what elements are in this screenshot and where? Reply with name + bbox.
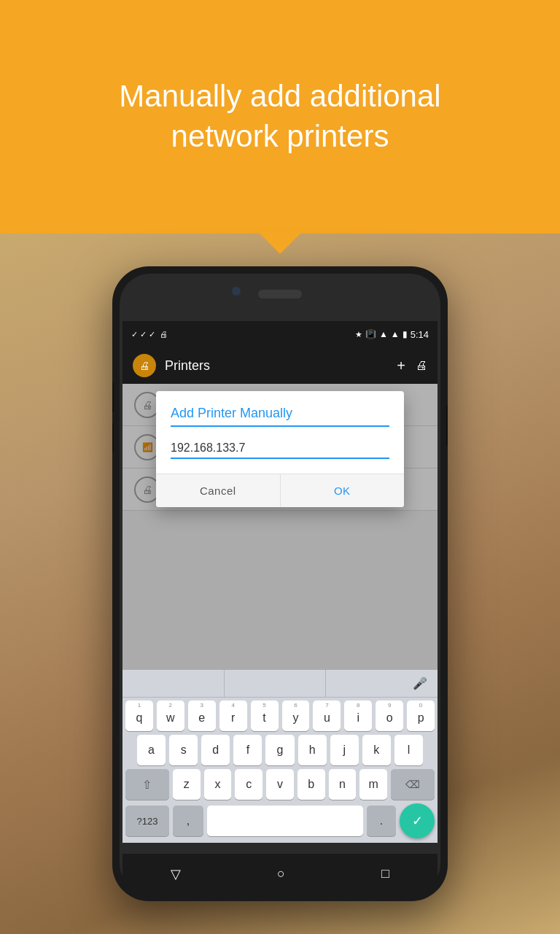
toolbar-actions: + 🖨 — [397, 358, 427, 374]
key-j[interactable]: j — [330, 735, 359, 765]
keyboard-section-2 — [225, 670, 327, 697]
key-q[interactable]: 1q — [125, 700, 153, 731]
key-row-1: 1q 2w 3e 4r 5t 6y 7u 8i 9o 0p — [125, 700, 435, 731]
key-i[interactable]: 8i — [344, 700, 372, 731]
key-row-2: a s d f g h j k l — [125, 735, 435, 765]
ip-address-input[interactable] — [171, 439, 389, 459]
key-t[interactable]: 5t — [251, 700, 279, 731]
camera — [232, 287, 241, 296]
keyboard-section-1 — [122, 670, 225, 697]
key-a[interactable]: a — [137, 735, 166, 765]
banner-line1: Manually add additional — [119, 79, 440, 113]
key-o[interactable]: 9o — [376, 700, 403, 731]
keyboard-bottom-row: ?123 , . ✓ — [122, 803, 438, 843]
app-icon: 🖨 — [133, 354, 156, 377]
status-bar: ✓ ✓ ✓ 🖨 ★ 📳 ▲ ▲ ▮ 5:14 — [122, 321, 438, 347]
key-p[interactable]: 0p — [407, 700, 435, 731]
add-printer-button[interactable]: + — [397, 358, 405, 374]
key-row-3: ⇧ z x c v b n m ⌫ — [125, 769, 435, 800]
period-key[interactable]: . — [367, 806, 396, 836]
recent-button[interactable]: □ — [381, 866, 389, 881]
key-g[interactable]: g — [265, 735, 294, 765]
key-l[interactable]: l — [394, 735, 423, 765]
dialog-overlay: Add Printer Manually Cancel OK — [122, 384, 438, 670]
status-time: 5:14 — [411, 329, 429, 340]
phone-screen: ✓ ✓ ✓ 🖨 ★ 📳 ▲ ▲ ▮ 5:14 🖨 — [122, 321, 438, 843]
volume-up-button — [112, 383, 114, 412]
status-signal: ▲ — [391, 329, 400, 339]
phone-device: ✓ ✓ ✓ 🖨 ★ 📳 ▲ ▲ ▮ 5:14 🖨 — [112, 266, 448, 901]
toolbar-title: Printers — [165, 358, 397, 374]
app-toolbar: 🖨 Printers + 🖨 — [122, 347, 438, 384]
print-button[interactable]: 🖨 — [416, 359, 427, 372]
home-button[interactable]: ○ — [277, 866, 285, 881]
status-right: ★ 📳 ▲ ▲ ▮ 5:14 — [355, 329, 429, 340]
status-checks: ✓ ✓ ✓ — [131, 330, 155, 339]
keyboard-top-row: 🎤 — [122, 670, 438, 698]
keyboard: 🎤 1q 2w 3e 4r 5t 6y 7u 8i — [122, 670, 438, 843]
backspace-key[interactable]: ⌫ — [391, 769, 435, 800]
key-z[interactable]: z — [173, 769, 201, 800]
background-area: ✓ ✓ ✓ 🖨 ★ 📳 ▲ ▲ ▮ 5:14 🖨 — [0, 234, 560, 934]
key-d[interactable]: d — [201, 735, 230, 765]
comma-key[interactable]: , — [173, 806, 203, 836]
cancel-button[interactable]: Cancel — [156, 474, 281, 507]
key-y[interactable]: 6y — [282, 700, 310, 731]
volume-down-button — [112, 423, 114, 452]
status-star: ★ — [355, 330, 362, 339]
add-printer-dialog: Add Printer Manually Cancel OK — [156, 391, 404, 507]
power-button — [446, 405, 448, 445]
ok-button[interactable]: OK — [281, 474, 405, 507]
key-f[interactable]: f — [233, 735, 262, 765]
dialog-actions: Cancel OK — [156, 474, 404, 507]
enter-key[interactable]: ✓ — [400, 803, 435, 838]
mic-icon[interactable]: 🎤 — [413, 676, 427, 690]
status-vibrate: 📳 — [365, 329, 376, 339]
status-battery: ▮ — [402, 329, 408, 339]
key-c[interactable]: c — [235, 769, 262, 800]
printers-list: 🖨 Printer 1 📶 Printer 2 🖨 CW-190C Lexmar… — [122, 384, 438, 670]
dialog-title: Add Printer Manually — [156, 391, 404, 425]
key-m[interactable]: m — [359, 769, 387, 800]
dialog-input-area — [156, 427, 404, 474]
key-s[interactable]: s — [169, 735, 198, 765]
banner-line2: network printers — [171, 119, 389, 153]
speaker — [258, 290, 302, 298]
key-r[interactable]: 4r — [219, 700, 247, 731]
back-button[interactable]: ▽ — [171, 866, 181, 882]
key-rows: 1q 2w 3e 4r 5t 6y 7u 8i 9o 0p — [122, 698, 438, 800]
shift-key[interactable]: ⇧ — [125, 769, 169, 800]
banner-text: Manually add additional network printers — [90, 77, 470, 156]
banner-arrow — [258, 232, 302, 254]
status-wifi: ▲ — [379, 329, 388, 339]
status-printer: 🖨 — [160, 330, 168, 339]
keyboard-section-3: 🎤 — [326, 670, 438, 697]
space-key[interactable] — [207, 806, 363, 836]
key-x[interactable]: x — [204, 769, 232, 800]
key-v[interactable]: v — [266, 769, 294, 800]
top-banner: Manually add additional network printers — [0, 0, 560, 234]
sym-key[interactable]: ?123 — [125, 806, 169, 836]
key-n[interactable]: n — [329, 769, 357, 800]
phone-inner: ✓ ✓ ✓ 🖨 ★ 📳 ▲ ▲ ▮ 5:14 🖨 — [120, 274, 440, 894]
key-w[interactable]: 2w — [157, 700, 184, 731]
key-e[interactable]: 3e — [188, 700, 216, 731]
key-u[interactable]: 7u — [313, 700, 341, 731]
key-b[interactable]: b — [298, 769, 325, 800]
key-k[interactable]: k — [362, 735, 391, 765]
key-h[interactable]: h — [298, 735, 327, 765]
status-left: ✓ ✓ ✓ 🖨 — [131, 330, 168, 339]
navigation-bar: ▽ ○ □ — [122, 854, 438, 894]
